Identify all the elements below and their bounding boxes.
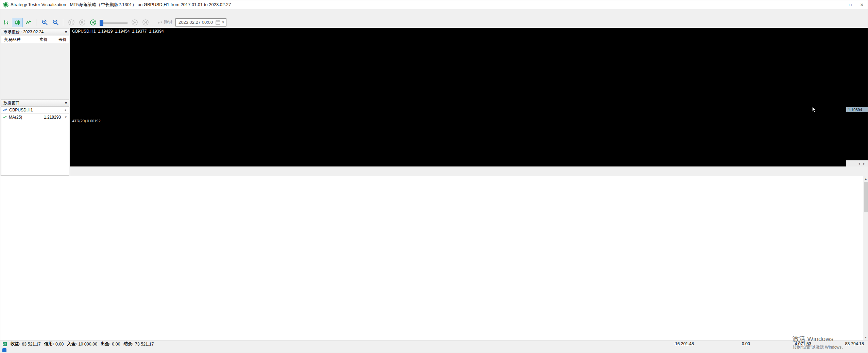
chevron-down-icon: ▼ — [221, 20, 225, 24]
chart-close: 1.19394 — [149, 29, 164, 34]
bottom-tab-bar — [0, 347, 868, 353]
strategy-tester-window: Strategy Tester Visualization : MT5海龟策略（… — [0, 0, 868, 353]
fee-total: 0.00 — [709, 341, 750, 346]
chart-tab-bar — [70, 166, 868, 176]
bar-chart-icon[interactable] — [1, 18, 11, 27]
summary-icon — [2, 342, 7, 347]
market-watch-title: 市场报价 : 2023.02.24 — [3, 29, 44, 35]
skip-to-end-icon[interactable] — [140, 18, 151, 27]
credit-value: 0.00 — [55, 342, 64, 347]
equity-total: 83 794.18 — [816, 341, 864, 346]
ma-value: 1.218293 — [35, 115, 64, 120]
close-button[interactable]: ✕ — [856, 0, 868, 9]
deposit-label: 入金: — [67, 341, 77, 347]
title-bar[interactable]: Strategy Tester Visualization : MT5海龟策略（… — [0, 0, 868, 9]
zoom-in-icon[interactable] — [39, 18, 50, 27]
chart-symbol: GBPUSD,H1 — [72, 29, 96, 34]
chart-ohlc-header: GBPUSD,H1 1.19429 1.19454 1.19377 1.1939… — [72, 29, 164, 34]
skip-date-value: 2023.02.27 00:00 — [178, 20, 213, 25]
app-gear-icon — [3, 2, 8, 7]
history-table: ▲ ▼ — [0, 176, 868, 340]
balance-value: 73 521.17 — [135, 342, 154, 347]
data-window-header[interactable]: 数据窗口 x — [1, 100, 69, 107]
minimize-button[interactable]: ─ — [833, 0, 845, 9]
market-watch-column-header[interactable]: 交易品种 卖价 买价 — [1, 36, 69, 43]
data-window-close-icon[interactable]: x — [65, 101, 67, 105]
skip-control[interactable]: 跳过 — [157, 19, 173, 25]
slider-handle[interactable] — [100, 20, 103, 26]
zoom-out-icon[interactable] — [50, 18, 61, 27]
data-window-title: 数据窗口 — [3, 100, 20, 106]
main-price-pane[interactable] — [70, 28, 868, 118]
skip-label: 跳过 — [164, 19, 173, 25]
scroll-right-icon[interactable]: ▸ — [863, 162, 865, 165]
stop-icon[interactable] — [77, 18, 87, 27]
chart-open: 1.19429 — [98, 29, 113, 34]
status-bar: 收益:63 521.17 信用:0.00 入金:10 000.00 出金:0.0… — [0, 340, 868, 348]
withdraw-value: 0.00 — [112, 342, 120, 347]
data-window-instrument[interactable]: GBPUSD,H1 ▲ — [1, 107, 69, 114]
scroll-left-icon[interactable]: ◂ — [858, 162, 860, 165]
data-window-ma-row: MA(25) 1.218293 ▼ — [1, 114, 69, 121]
col-ask[interactable]: 买价 — [49, 37, 69, 42]
toolbar-separator — [36, 19, 36, 26]
profit-label: 收益: — [11, 341, 20, 347]
scrollbar-down-icon[interactable]: ▼ — [863, 335, 868, 340]
chart-area[interactable]: GBPUSD,H1 1.19429 1.19454 1.19377 1.1939… — [70, 28, 868, 166]
ma-indicator-icon — [3, 115, 7, 119]
atr-indicator-pane[interactable] — [70, 118, 868, 160]
market-watch-header[interactable]: 市场报价 : 2023.02.24 x — [1, 29, 69, 35]
market-watch-close-icon[interactable]: x — [65, 30, 67, 34]
line-chart-icon[interactable] — [23, 18, 34, 27]
fast-forward-icon[interactable] — [130, 18, 140, 27]
pause-icon[interactable] — [66, 18, 76, 27]
rewind-icon[interactable] — [88, 18, 98, 27]
toolbar-separator — [153, 19, 153, 26]
connection-status-icon — [2, 348, 6, 352]
axis-corner-scroll[interactable]: ◂▸ — [846, 160, 868, 166]
chart-low: 1.19377 — [132, 29, 147, 34]
profit-value: 63 521.17 — [22, 342, 41, 347]
toolbar: 跳过 2023.02.27 00:00 ▼ — [0, 17, 868, 28]
floating-total: -16 201.48 — [640, 341, 694, 346]
scroll-down-icon[interactable]: ▼ — [64, 116, 69, 119]
current-price-tag: 1.19394 — [846, 107, 868, 112]
chart-high: 1.19454 — [115, 29, 130, 34]
calendar-icon — [216, 20, 220, 25]
chart-line-icon — [3, 108, 7, 112]
withdraw-label: 出金: — [101, 341, 110, 347]
menu-bar — [0, 9, 868, 17]
skip-date-combobox[interactable]: 2023.02.27 00:00 ▼ — [175, 18, 226, 27]
instrument-label: GBPUSD,H1 — [9, 108, 33, 112]
deposit-value: 10 000.00 — [78, 342, 97, 347]
speed-slider[interactable] — [100, 18, 127, 27]
window-title: Strategy Tester Visualization : MT5海龟策略（… — [11, 2, 231, 8]
scrollbar-thumb[interactable] — [864, 182, 868, 212]
credit-label: 信用: — [44, 341, 54, 347]
candlestick-chart-icon[interactable] — [12, 18, 23, 27]
col-bid[interactable]: 卖价 — [30, 37, 49, 42]
mouse-cursor — [812, 107, 817, 113]
atr-indicator-label: ATR(20) 0.00192 — [72, 119, 101, 123]
maximize-button[interactable]: □ — [845, 0, 856, 9]
data-window-panel: 数据窗口 x GBPUSD,H1 ▲ MA(25) 1.218293 ▼ — [1, 99, 69, 176]
skip-arrow-icon — [157, 20, 164, 25]
swap-total: -4 071.53 — [764, 341, 811, 346]
table-scrollbar[interactable]: ▲ ▼ — [863, 176, 868, 340]
balance-label: 结余: — [124, 341, 134, 347]
col-symbol[interactable]: 交易品种 — [1, 37, 30, 42]
left-panel: 市场报价 : 2023.02.24 x 交易品种 卖价 买价 数据窗口 x GB… — [0, 28, 70, 176]
time-axis[interactable] — [70, 160, 846, 166]
ma-label: MA(25) — [9, 115, 22, 120]
slider-track — [100, 22, 127, 24]
scroll-up-icon[interactable]: ▲ — [64, 108, 67, 112]
scrollbar-up-icon[interactable]: ▲ — [863, 176, 868, 181]
toolbar-separator — [63, 19, 63, 26]
